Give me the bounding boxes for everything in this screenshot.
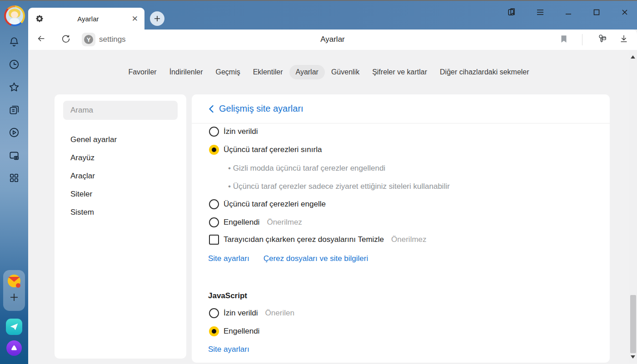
radio-unchecked-icon[interactable] <box>209 127 219 137</box>
radio-unchecked-icon[interactable] <box>209 199 219 209</box>
settings-menu-list: Genel ayarlar Arayüz Araçlar Siteler Sis… <box>55 131 186 221</box>
video-play-icon[interactable] <box>8 126 20 139</box>
reload-icon[interactable] <box>61 34 71 44</box>
nav-tab-indirilenler[interactable]: İndirilenler <box>163 65 209 79</box>
messenger-icon[interactable] <box>6 319 22 335</box>
js-links-row: Site ayarları <box>208 345 249 354</box>
new-tab-button[interactable] <box>150 11 164 26</box>
nav-tab-eklentiler[interactable]: Eklentiler <box>247 65 289 79</box>
radio-checked-icon[interactable] <box>209 145 219 155</box>
screenshot-icon[interactable] <box>8 149 20 162</box>
browser-window: Ayarlar ✕ <box>0 0 637 364</box>
site-settings-link[interactable]: Site ayarları <box>208 254 249 263</box>
side-panel-icon[interactable] <box>507 7 517 17</box>
nav-tab-guvenlik[interactable]: Güvenlik <box>325 65 366 79</box>
alice-assistant-icon[interactable] <box>6 340 22 356</box>
titlebar: Ayarlar ✕ <box>0 0 637 30</box>
nav-tab-favoriler[interactable]: Favoriler <box>122 65 163 79</box>
toolbar-separator <box>582 34 582 45</box>
menu-item-siteler[interactable]: Siteler <box>55 185 186 203</box>
js-option-izin-verildi[interactable]: İzin verildi Önerilen <box>209 308 294 318</box>
tab-title: Ayarlar <box>45 15 132 23</box>
menu-item-arayuz[interactable]: Arayüz <box>55 149 186 167</box>
javascript-heading: JavaScript <box>208 291 247 300</box>
radio-unchecked-icon[interactable] <box>209 308 219 318</box>
option-note: Önerilmez <box>267 218 302 227</box>
address-text[interactable]: settings <box>99 35 126 44</box>
radio-checked-icon[interactable] <box>209 326 219 336</box>
yandex-y-icon: Y <box>84 35 93 44</box>
passwords-key-icon[interactable] <box>597 33 607 43</box>
chevron-left-icon <box>208 104 214 113</box>
favorites-star-icon[interactable] <box>8 81 20 93</box>
checkbox-unchecked-icon[interactable] <box>209 235 219 245</box>
nav-tab-sifreler[interactable]: Şifreler ve kartlar <box>366 65 433 79</box>
js-option-engellendi[interactable]: Engellendi <box>209 326 259 336</box>
collections-icon[interactable] <box>8 103 20 116</box>
settings-page: Favoriler İndirilenler Geçmiş Eklentiler… <box>28 50 637 364</box>
scrollbar-thumb[interactable] <box>630 295 636 353</box>
nav-tab-gecmis[interactable]: Geçmiş <box>209 65 246 79</box>
settings-menu-card: Genel ayarlar Arayüz Araçlar Siteler Sis… <box>55 94 186 359</box>
yandex-mail-icon[interactable] <box>6 273 22 290</box>
close-icon[interactable] <box>620 7 630 17</box>
apps-grid-icon[interactable] <box>8 172 20 184</box>
menu-item-sistem[interactable]: Sistem <box>55 203 186 221</box>
menu-item-genel-ayarlar[interactable]: Genel ayarlar <box>55 131 186 149</box>
browser-sidebar <box>0 0 28 364</box>
js-site-settings-link[interactable]: Site ayarları <box>208 345 249 354</box>
page-scrollbar[interactable] <box>629 51 637 363</box>
window-top-edge <box>0 0 637 1</box>
add-pinned-app-icon[interactable] <box>9 292 20 303</box>
cookie-clear-checkbox-row[interactable]: Tarayıcıdan çıkarken çerez dosyalarını T… <box>209 235 427 245</box>
cookie-option-engelle[interactable]: Üçüncü taraf çerezleri engelle <box>209 199 326 209</box>
downloads-icon[interactable] <box>619 34 629 44</box>
titlebar-controls <box>507 5 630 19</box>
radio-unchecked-icon[interactable] <box>209 217 219 227</box>
cookie-data-link[interactable]: Çerez dosyaları ve site bilgileri <box>264 254 368 263</box>
notifications-bell-icon[interactable] <box>8 35 20 48</box>
maximize-icon[interactable] <box>592 7 602 17</box>
cookie-option-engellendi[interactable]: Engellendi Önerilmez <box>209 217 302 227</box>
settings-nav-tabs: Favoriler İndirilenler Geçmiş Eklentiler… <box>28 65 629 79</box>
gear-icon <box>35 14 45 24</box>
scroll-up-arrow-icon[interactable] <box>631 55 635 59</box>
toolbar: Y settings Ayarlar <box>28 30 637 50</box>
cookie-links-row: Site ayarları Çerez dosyaları ve site bi… <box>208 254 368 263</box>
bookmark-icon[interactable] <box>559 34 569 44</box>
menu-item-araclar[interactable]: Araçlar <box>55 167 186 185</box>
card-header[interactable]: Gelişmiş site ayarları <box>192 94 610 123</box>
minimize-icon[interactable] <box>563 7 573 17</box>
cookie-option-sinirla[interactable]: Üçüncü taraf çerezleri sınırla <box>209 145 322 155</box>
menu-icon[interactable] <box>535 7 545 17</box>
history-clock-icon[interactable] <box>8 58 20 71</box>
cookie-detail-1: Gizli modda üçüncü taraf çerezler engell… <box>228 164 385 173</box>
nav-tab-diger-cihazlar[interactable]: Diğer cihazlardaki sekmeler <box>433 65 536 79</box>
option-note: Önerilen <box>265 309 294 318</box>
nav-tab-ayarlar[interactable]: Ayarlar <box>289 65 325 79</box>
settings-search-input[interactable] <box>63 101 178 120</box>
tab-close-icon[interactable]: ✕ <box>132 15 138 23</box>
active-tab[interactable]: Ayarlar ✕ <box>28 8 144 30</box>
cookie-detail-2: Üçüncü taraf çerezler sadece ziyaret ett… <box>228 182 450 191</box>
page-title: Gelişmiş site ayarları <box>219 103 304 114</box>
site-badge-icon[interactable]: Y <box>82 33 95 46</box>
scroll-down-arrow-icon[interactable] <box>631 355 635 359</box>
pinned-apps-group <box>3 270 25 311</box>
avatar-image <box>6 7 23 25</box>
option-note: Önerilmez <box>391 235 426 244</box>
profile-avatar[interactable] <box>4 5 25 26</box>
cookie-option-izin-verildi[interactable]: İzin verildi <box>209 127 258 137</box>
advanced-site-settings-card: Gelişmiş site ayarları İzin verildi Üçün… <box>192 94 610 363</box>
back-icon[interactable] <box>36 34 46 44</box>
